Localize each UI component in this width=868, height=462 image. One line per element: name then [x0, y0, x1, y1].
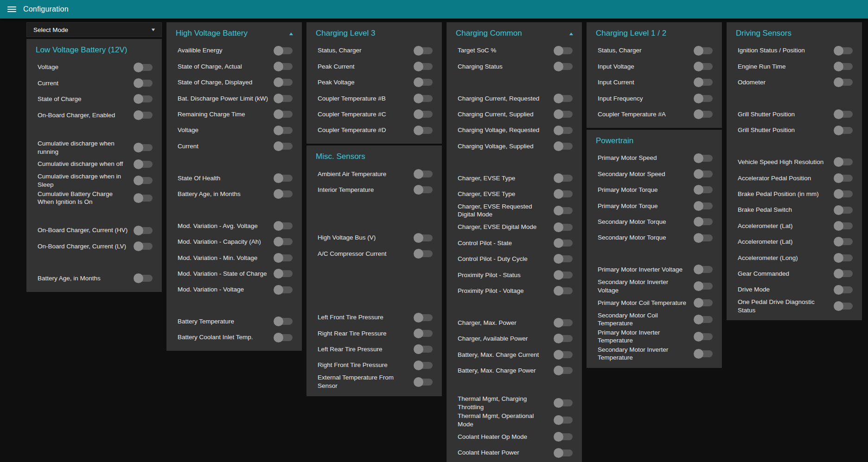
- toggle-switch[interactable]: [274, 62, 293, 71]
- toggle-switch[interactable]: [834, 157, 853, 167]
- toggle-switch[interactable]: [134, 63, 153, 72]
- toggle-switch[interactable]: [414, 169, 433, 179]
- toggle-switch[interactable]: [554, 318, 573, 328]
- toggle-switch[interactable]: [694, 332, 713, 342]
- collapse-icon[interactable]: ▲: [288, 31, 294, 36]
- toggle-switch[interactable]: [274, 333, 293, 342]
- toggle-switch[interactable]: [414, 109, 433, 119]
- toggle-switch[interactable]: [414, 344, 433, 354]
- toggle-switch[interactable]: [414, 62, 433, 71]
- toggle-switch[interactable]: [274, 253, 293, 263]
- toggle-switch[interactable]: [694, 201, 713, 211]
- toggle-switch[interactable]: [694, 62, 713, 71]
- toggle-switch[interactable]: [414, 329, 433, 338]
- toggle-switch[interactable]: [834, 269, 853, 278]
- toggle-switch[interactable]: [694, 109, 713, 119]
- toggle-switch[interactable]: [694, 77, 713, 87]
- toggle-switch[interactable]: [554, 286, 573, 296]
- toggle-switch[interactable]: [554, 189, 573, 199]
- toggle-switch[interactable]: [834, 46, 853, 56]
- collapse-icon[interactable]: ▲: [568, 31, 574, 36]
- toggle-switch[interactable]: [134, 143, 153, 152]
- toggle-switch[interactable]: [414, 185, 433, 195]
- toggle-switch[interactable]: [694, 185, 713, 195]
- toggle-switch[interactable]: [694, 315, 713, 324]
- toggle-switch[interactable]: [274, 94, 293, 103]
- toggle-switch[interactable]: [694, 233, 713, 243]
- toggle-switch[interactable]: [554, 238, 573, 248]
- toggle-switch[interactable]: [554, 254, 573, 264]
- toggle-switch[interactable]: [554, 350, 573, 360]
- toggle-switch[interactable]: [134, 273, 153, 283]
- toggle-switch[interactable]: [274, 173, 293, 183]
- toggle-switch[interactable]: [134, 110, 153, 120]
- toggle-switch[interactable]: [274, 109, 293, 119]
- toggle-switch[interactable]: [554, 94, 573, 103]
- toggle-switch[interactable]: [274, 46, 293, 56]
- toggle-switch[interactable]: [554, 206, 573, 215]
- toggle-switch[interactable]: [414, 94, 433, 103]
- toggle-switch[interactable]: [694, 298, 713, 308]
- toggle-switch[interactable]: [134, 241, 153, 251]
- toggle-switch[interactable]: [414, 77, 433, 87]
- toggle-switch[interactable]: [134, 226, 153, 235]
- toggle-switch[interactable]: [414, 46, 433, 56]
- toggle-switch[interactable]: [834, 77, 853, 87]
- toggle-switch[interactable]: [554, 222, 573, 232]
- menu-icon[interactable]: [7, 6, 16, 12]
- toggle-switch[interactable]: [554, 141, 573, 151]
- toggle-switch[interactable]: [274, 77, 293, 87]
- toggle-switch[interactable]: [834, 205, 853, 215]
- toggle-switch[interactable]: [134, 78, 153, 88]
- toggle-switch[interactable]: [274, 141, 293, 151]
- toggle-switch[interactable]: [554, 432, 573, 442]
- toggle-switch[interactable]: [694, 94, 713, 103]
- toggle-switch[interactable]: [554, 109, 573, 119]
- toggle-switch[interactable]: [554, 415, 573, 425]
- toggle-switch[interactable]: [834, 173, 853, 183]
- toggle-switch[interactable]: [414, 313, 433, 323]
- toggle-switch[interactable]: [554, 398, 573, 408]
- toggle-switch[interactable]: [274, 221, 293, 231]
- toggle-switch[interactable]: [414, 126, 433, 135]
- toggle-switch[interactable]: [414, 233, 433, 243]
- toggle-switch[interactable]: [274, 237, 293, 247]
- toggle-switch[interactable]: [834, 62, 853, 71]
- toggle-switch[interactable]: [134, 159, 153, 169]
- toggle-switch[interactable]: [694, 349, 713, 359]
- toggle-switch[interactable]: [694, 217, 713, 227]
- toggle-switch[interactable]: [694, 153, 713, 163]
- toggle-switch[interactable]: [134, 176, 153, 185]
- toggle-switch[interactable]: [554, 334, 573, 343]
- toggle-switch[interactable]: [694, 265, 713, 274]
- toggle-switch[interactable]: [414, 361, 433, 370]
- toggle-switch[interactable]: [554, 173, 573, 183]
- toggle-switch[interactable]: [274, 285, 293, 295]
- toggle-switch[interactable]: [694, 281, 713, 291]
- toggle-switch[interactable]: [554, 62, 573, 71]
- toggle-switch[interactable]: [554, 126, 573, 135]
- toggle-switch[interactable]: [134, 193, 153, 203]
- toggle-switch[interactable]: [834, 109, 853, 119]
- toggle-switch[interactable]: [414, 377, 433, 387]
- toggle-switch[interactable]: [834, 301, 853, 311]
- toggle-switch[interactable]: [554, 46, 573, 56]
- select-mode-dropdown[interactable]: Select Mode▼: [26, 22, 162, 37]
- toggle-switch[interactable]: [554, 270, 573, 280]
- toggle-switch[interactable]: [274, 189, 293, 199]
- toggle-switch[interactable]: [834, 221, 853, 231]
- toggle-switch[interactable]: [834, 285, 853, 295]
- toggle-switch[interactable]: [694, 169, 713, 179]
- toggle-switch[interactable]: [274, 269, 293, 278]
- toggle-switch[interactable]: [554, 366, 573, 375]
- toggle-switch[interactable]: [834, 237, 853, 247]
- toggle-switch[interactable]: [694, 46, 713, 56]
- toggle-switch[interactable]: [414, 249, 433, 259]
- toggle-switch[interactable]: [134, 94, 153, 104]
- toggle-switch[interactable]: [834, 189, 853, 199]
- toggle-switch[interactable]: [834, 253, 853, 263]
- toggle-switch[interactable]: [274, 316, 293, 326]
- toggle-switch[interactable]: [834, 126, 853, 135]
- toggle-switch[interactable]: [554, 448, 573, 458]
- toggle-switch[interactable]: [274, 126, 293, 135]
